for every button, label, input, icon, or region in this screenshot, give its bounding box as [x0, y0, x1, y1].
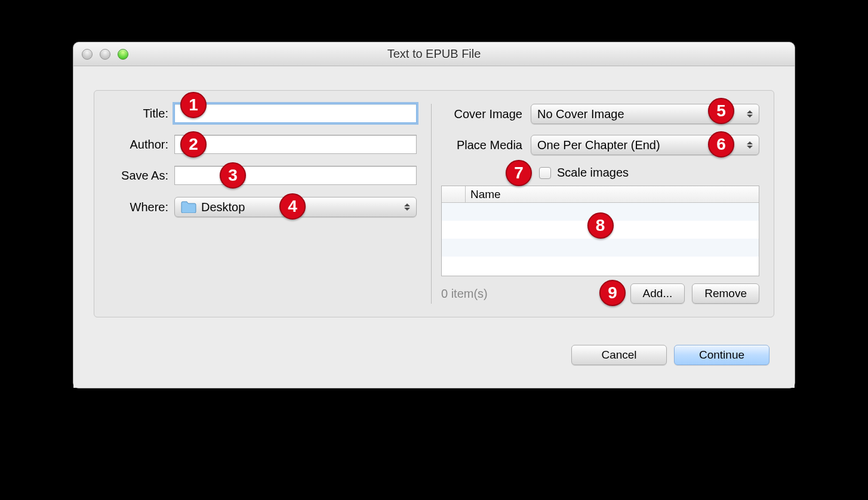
saveas-row: Save As: 3	[109, 166, 417, 185]
table-row	[442, 239, 759, 257]
form-panel: Title: 1 Author: 2 Save As: 3 Where:	[94, 90, 774, 317]
annotation-badge-1: 1	[180, 92, 207, 118]
cancel-button[interactable]: Cancel	[571, 345, 667, 365]
dialog-window: Text to EPUB File Title: 1 Author: 2 Sav…	[73, 42, 795, 388]
window-title: Text to EPUB File	[73, 47, 795, 61]
place-label: Place Media	[441, 138, 531, 152]
annotation-badge-4: 4	[279, 193, 306, 220]
annotation-badge-3: 3	[220, 162, 246, 189]
title-label: Title:	[109, 107, 174, 121]
where-value: Desktop	[201, 200, 245, 214]
scale-label: Scale images	[557, 166, 629, 180]
table-header: Name	[442, 186, 759, 203]
author-label: Author:	[109, 138, 174, 152]
scale-checkbox[interactable]	[539, 167, 551, 179]
saveas-input[interactable]	[174, 166, 417, 185]
right-column: Cover Image No Cover Image 5 Place Media…	[441, 104, 759, 304]
table-header-name: Name	[466, 188, 501, 201]
left-column: Title: 1 Author: 2 Save As: 3 Where:	[109, 104, 431, 304]
content-area: Title: 1 Author: 2 Save As: 3 Where:	[73, 66, 795, 388]
items-row: 0 item(s) 9 Add... Remove	[441, 283, 759, 304]
media-table[interactable]: Name 8	[441, 186, 759, 276]
author-row: Author: 2	[109, 135, 417, 154]
scale-row: Scale images 7	[539, 166, 759, 180]
table-row	[442, 257, 759, 274]
traffic-lights	[73, 49, 128, 60]
items-count: 0 item(s)	[441, 287, 488, 301]
cover-label: Cover Image	[441, 107, 531, 121]
annotation-badge-7: 7	[506, 160, 532, 186]
annotation-badge-6: 6	[708, 131, 734, 158]
cover-value: No Cover Image	[537, 107, 624, 121]
zoom-window-icon[interactable]	[118, 49, 128, 60]
remove-button[interactable]: Remove	[692, 283, 759, 304]
footer: Cancel Continue	[94, 317, 774, 370]
remove-button-label: Remove	[704, 287, 747, 300]
vertical-separator	[431, 104, 432, 304]
cancel-button-label: Cancel	[601, 348, 636, 362]
annotation-badge-2: 2	[180, 131, 207, 158]
table-header-blank	[442, 186, 466, 202]
continue-button[interactable]: Continue	[674, 345, 769, 365]
annotation-badge-5: 5	[708, 98, 734, 124]
titlebar: Text to EPUB File	[73, 42, 795, 66]
chevron-updown-icon	[747, 141, 753, 149]
minimize-window-icon[interactable]	[100, 49, 110, 60]
folder-icon	[181, 201, 196, 213]
add-button-label: Add...	[643, 287, 673, 300]
add-button[interactable]: Add...	[630, 283, 685, 304]
chevron-updown-icon	[404, 203, 410, 211]
title-row: Title: 1	[109, 104, 417, 123]
author-input[interactable]	[174, 135, 417, 154]
saveas-label: Save As:	[109, 169, 174, 183]
place-row: Place Media One Per Chapter (End) 6	[441, 135, 759, 155]
where-label: Where:	[109, 200, 174, 214]
annotation-badge-8: 8	[587, 212, 614, 239]
chevron-updown-icon	[747, 110, 753, 118]
cover-row: Cover Image No Cover Image 5	[441, 104, 759, 124]
close-window-icon[interactable]	[82, 49, 93, 60]
place-value: One Per Chapter (End)	[537, 138, 660, 152]
continue-button-label: Continue	[699, 348, 744, 362]
title-input[interactable]	[174, 104, 417, 123]
where-row: Where: Desktop 4	[109, 197, 417, 217]
annotation-badge-9: 9	[599, 280, 626, 306]
